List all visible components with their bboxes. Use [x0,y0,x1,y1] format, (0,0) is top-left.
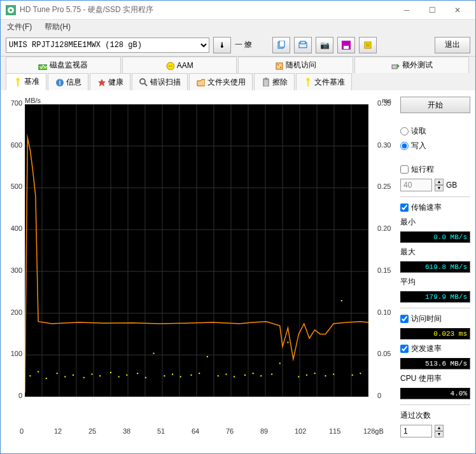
x-tick: 25 [88,427,96,435]
x-tick: 0 [20,427,24,435]
tabs-lower-row: 基准i信息健康错误扫描文件夹使用擦除文件基准 [1,73,475,90]
tab-信息[interactable]: i信息 [48,73,88,90]
tab-icon [38,61,47,70]
min-label: 最小 [400,217,470,228]
y-left-tick: 0 [18,392,22,399]
tab-基准[interactable]: 基准 [6,73,46,90]
y-left-tick: 300 [11,266,22,274]
y-left-tick: 100 [11,350,22,357]
passes-input[interactable] [400,425,432,437]
svg-text:i: i [59,78,61,86]
tab-icon [303,78,312,86]
options-button[interactable] [359,37,377,53]
svg-rect-17 [17,81,18,86]
x-tick: 89 [260,427,268,435]
svg-point-2 [10,9,12,11]
copy-info-button[interactable] [272,37,290,53]
tab-擦除[interactable]: 擦除 [254,73,295,90]
tab-文件夹使用[interactable]: 文件夹使用 [189,73,253,90]
svg-point-22 [307,78,310,81]
thermometer-icon: 🌡 [218,41,226,50]
burst-value: 513.6 MB/s [400,358,470,369]
transfer-rate-check[interactable]: 传输速率 [400,202,470,213]
copy-screenshot-button[interactable] [294,37,312,53]
write-radio[interactable]: 写入 [400,141,470,151]
max-label: 最大 [400,247,470,258]
titlebar: HD Tune Pro 5.75 - 硬盘/SSD 实用程序 ─ ☐ ✕ [1,1,475,20]
sidebar: 开始 读取 写入 短行程 ▲▼ GB 传输速率 最小 0.0 MB/s 最大 6… [394,97,470,437]
tab-AAM[interactable]: AAM [122,57,237,73]
save-button[interactable] [337,37,355,53]
tab-随机访问[interactable]: 随机访问 [238,57,353,73]
cpu-value: 4.0% [400,388,470,399]
y-right-tick: 0.05 [377,350,391,357]
short-stroke-input[interactable] [400,179,432,191]
y-right-tick: 0.35 [377,99,391,107]
tab-文件基准[interactable]: 文件基准 [296,73,352,90]
exit-button[interactable]: 退出 [435,37,470,53]
max-value: 619.8 MB/s [400,261,470,273]
spin-up[interactable]: ▲ [435,179,444,185]
x-tick: 51 [157,427,165,435]
tab-磁盘监视器[interactable]: 磁盘监视器 [6,57,121,73]
read-radio[interactable]: 读取 [400,126,470,137]
min-value: 0.0 MB/s [400,231,470,243]
maximize-button[interactable]: ☐ [419,1,445,19]
access-time-check[interactable]: 访问时间 [400,313,470,324]
tabs-upper-row: 磁盘监视器AAM随机访问额外测试 [1,57,475,73]
tab-icon [139,78,148,86]
temperature-button[interactable]: 🌡 [213,37,231,53]
benchmark-chart [25,104,368,397]
camera-icon: 📷 [320,41,330,50]
y-left-tick: 500 [11,182,22,190]
passes-down[interactable]: ▼ [435,431,444,437]
x-tick: 128gB [363,427,384,435]
svg-rect-12 [276,63,283,69]
y-left-tick: 200 [11,308,22,316]
toolbar: UMIS RPJTJ128MEE1MWX (128 gB) 🌡 一 燎 📷 退出 [1,34,475,57]
chart-area: MB/s ms 7006005004003002001000 0.350.300… [6,97,394,437]
burst-rate-check[interactable]: 突发速率 [400,343,470,354]
svg-point-20 [140,79,145,84]
close-button[interactable]: ✕ [445,1,470,19]
menu-help[interactable]: 帮助(H) [41,20,74,34]
y-right-tick: 0.10 [377,308,391,316]
y-right-tick: 0.20 [377,224,391,232]
passes-label: 通过次数 [400,410,470,421]
device-select[interactable]: UMIS RPJTJ128MEE1MWX (128 gB) [6,38,209,53]
tab-icon [196,78,205,86]
avg-value: 179.9 MB/s [400,291,470,303]
x-tick: 64 [192,427,199,435]
window-title: HD Tune Pro 5.75 - 硬盘/SSD 实用程序 [20,4,394,15]
screenshot-button[interactable]: 📷 [316,37,333,53]
tab-icon [261,78,270,86]
tab-健康[interactable]: 健康 [90,73,130,90]
svg-point-14 [280,67,281,68]
y-left-tick: 700 [11,99,22,107]
avg-label: 平均 [400,277,470,287]
tab-icon: i [55,78,64,86]
temperature-label: 一 燎 [235,39,252,50]
access-value: 0.023 ms [400,328,470,340]
y-left-tick: 400 [11,224,22,232]
cpu-label: CPU 使用率 [400,373,470,384]
y-right-tick: 0.30 [377,141,391,149]
x-tick: 12 [54,427,62,435]
minimize-button[interactable]: ─ [394,1,419,19]
tab-额外测试[interactable]: 额外测试 [354,57,470,73]
x-tick: 115 [329,427,340,435]
short-stroke-check[interactable]: 短行程 [400,164,470,175]
x-tick: 38 [123,427,130,435]
start-button[interactable]: 开始 [400,97,470,113]
svg-rect-4 [279,41,284,47]
tab-错误扫描[interactable]: 错误扫描 [132,73,188,90]
svg-point-13 [277,64,279,65]
menu-file[interactable]: 文件(F) [3,20,36,34]
passes-up[interactable]: ▲ [435,425,444,431]
menubar: 文件(F) 帮助(H) [1,20,475,34]
tab-icon [13,78,22,86]
svg-rect-6 [300,41,305,44]
tab-icon [391,61,400,70]
short-stroke-unit: GB [446,181,457,189]
spin-down[interactable]: ▼ [435,185,444,191]
